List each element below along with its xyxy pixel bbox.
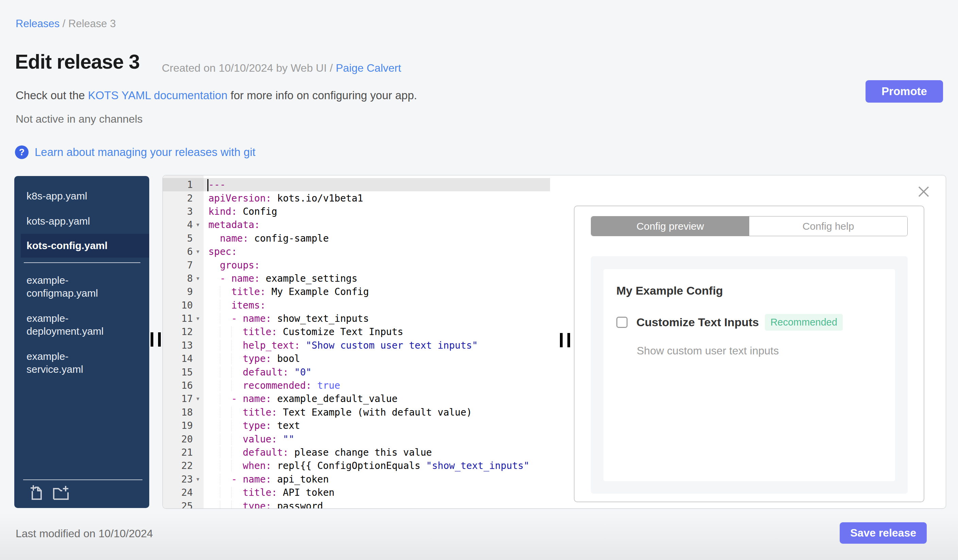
code-line[interactable]: 11▾ - name: show_text_inputs [163, 312, 550, 325]
file-sidebar: k8s-app.yamlkots-app.yamlkots-config.yam… [14, 176, 149, 508]
close-icon[interactable] [916, 184, 931, 199]
line-number: 6 [163, 246, 193, 257]
tab-config-help[interactable]: Config help [749, 217, 907, 236]
customize-text-inputs-checkbox[interactable] [616, 317, 628, 328]
code-text: default: please change this value [204, 447, 432, 458]
sidebar-actions [28, 484, 70, 503]
author-link[interactable]: Paige Calvert [336, 62, 401, 74]
code-rows: 1---2apiVersion: kots.io/v1beta13kind: C… [163, 178, 550, 508]
line-number: 13 [163, 340, 193, 351]
new-folder-icon[interactable] [52, 484, 70, 503]
resize-bar [151, 332, 153, 346]
file-item[interactable]: example-service.yaml [14, 344, 132, 382]
code-line[interactable]: 17▾ - name: example_default_value [163, 392, 550, 405]
resize-bar [158, 332, 161, 346]
code-line[interactable]: 15 default: "0" [163, 365, 550, 378]
code-text: metadata: [204, 219, 260, 230]
config-item-label[interactable]: Customize Text Inputs [636, 316, 759, 329]
code-line[interactable]: 7 groups: [163, 258, 550, 272]
sidebar-resize-handle[interactable] [151, 332, 161, 346]
code-line[interactable]: 22 when: repl{{ ConfigOptionEquals "show… [163, 459, 550, 472]
promote-button[interactable]: Promote [866, 80, 943, 103]
code-line[interactable]: 19 type: text [163, 419, 550, 432]
line-number: 1 [163, 179, 193, 190]
file-item[interactable]: example-configmap.yaml [14, 268, 132, 306]
code-line[interactable]: 10 items: [163, 299, 550, 312]
docs-suffix: for more info on configuring your app. [227, 89, 417, 101]
code-line[interactable]: 20 value: "" [163, 432, 550, 446]
fold-arrow-icon[interactable]: ▾ [193, 275, 203, 282]
preview-body: My Example Config Customize Text Inputs … [591, 256, 908, 494]
breadcrumb-separator: / [59, 18, 68, 30]
code-line[interactable]: 8▾ - name: example_settings [163, 272, 550, 285]
fold-arrow-icon[interactable]: ▾ [193, 249, 203, 255]
code-text: type: text [204, 420, 300, 431]
breadcrumb: Releases / Release 3 [16, 18, 116, 30]
git-releases-link[interactable]: Learn about managing your releases with … [35, 146, 255, 159]
code-line[interactable]: 25 type: password [163, 499, 550, 508]
code-line[interactable]: 9 title: My Example Config [163, 285, 550, 298]
code-text: name: config-sample [204, 233, 329, 244]
code-line[interactable]: 23▾ - name: api_token [163, 473, 550, 486]
line-number: 2 [163, 193, 193, 204]
code-text: - name: example_default_value [204, 393, 397, 404]
code-line[interactable]: 6▾spec: [163, 245, 550, 258]
file-item[interactable]: k8s-app.yaml [14, 184, 132, 209]
code-text: items: [204, 300, 266, 311]
docs-prefix: Check out the [16, 89, 88, 101]
config-card: My Example Config Customize Text Inputs … [603, 269, 895, 481]
code-line[interactable]: 14 type: bool [163, 352, 550, 365]
line-number: 10 [163, 300, 193, 311]
line-number: 20 [163, 433, 193, 445]
fold-arrow-icon[interactable]: ▾ [193, 222, 203, 228]
tab-config-preview[interactable]: Config preview [591, 217, 749, 236]
code-text: type: password [204, 500, 323, 508]
code-line[interactable]: 21 default: please change this value [163, 446, 550, 459]
code-line[interactable]: 5 name: config-sample [163, 232, 550, 245]
file-item[interactable]: kots-app.yaml [14, 209, 132, 234]
code-text: value: "" [204, 433, 294, 445]
code-text: groups: [204, 259, 260, 271]
git-help-row: ? Learn about managing your releases wit… [15, 146, 255, 159]
code-text: spec: [204, 246, 237, 257]
fold-arrow-icon[interactable]: ▾ [193, 476, 203, 482]
created-text: Created on 10/10/2024 by Web UI / [162, 62, 336, 74]
code-line[interactable]: 13 help_text: "Show custom user text inp… [163, 339, 550, 352]
preview-tabs: Config preview Config help [591, 216, 908, 236]
code-text: title: My Example Config [204, 286, 369, 297]
sidebar-divider [24, 262, 140, 263]
save-release-button[interactable]: Save release [840, 522, 927, 544]
file-item[interactable]: example-deployment.yaml [14, 306, 132, 344]
fold-arrow-icon[interactable]: ▾ [193, 396, 203, 402]
editor-preview-card: 1---2apiVersion: kots.io/v1beta13kind: C… [162, 175, 946, 509]
code-line[interactable]: 1--- [163, 178, 550, 191]
last-modified-text: Last modified on 10/10/2024 [16, 527, 153, 540]
line-number: 3 [163, 206, 193, 217]
fold-arrow-icon[interactable]: ▾ [193, 316, 203, 321]
page-title: Edit release 3 [15, 50, 140, 73]
code-text: title: Text Example (with default value) [204, 407, 472, 418]
code-line[interactable]: 16 recommended: true [163, 379, 550, 392]
sidebar-bottom-divider [23, 479, 143, 480]
line-number: 7 [163, 259, 193, 271]
new-file-icon[interactable] [28, 484, 44, 503]
file-item[interactable]: kots-config.yaml [21, 234, 149, 258]
code-line[interactable]: 4▾metadata: [163, 218, 550, 231]
kots-docs-link[interactable]: KOTS YAML documentation [88, 89, 227, 101]
code-text: recommended: true [204, 380, 340, 391]
code-line[interactable]: 24 title: API token [163, 486, 550, 499]
line-number: 9 [163, 286, 193, 297]
line-number: 11 [163, 313, 193, 324]
yaml-editor[interactable]: 1---2apiVersion: kots.io/v1beta13kind: C… [163, 176, 550, 508]
preview-resize-handle[interactable] [560, 333, 570, 347]
code-line[interactable]: 12 title: Customize Text Inputs [163, 325, 550, 339]
code-text: title: Customize Text Inputs [204, 326, 403, 337]
breadcrumb-current: Release 3 [68, 18, 116, 30]
code-line[interactable]: 18 title: Text Example (with default val… [163, 406, 550, 419]
code-line[interactable]: 3kind: Config [163, 205, 550, 218]
code-text: type: bool [204, 353, 300, 364]
breadcrumb-releases-link[interactable]: Releases [16, 18, 59, 30]
code-line[interactable]: 2apiVersion: kots.io/v1beta1 [163, 191, 550, 204]
line-number: 15 [163, 367, 193, 378]
code-text: --- [204, 179, 226, 190]
